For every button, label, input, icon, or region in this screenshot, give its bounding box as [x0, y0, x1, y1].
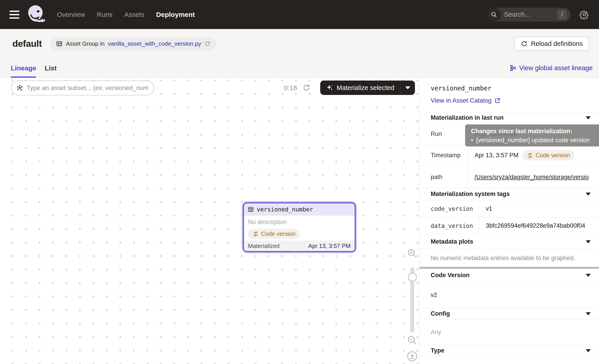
- nav-item-runs[interactable]: Runs: [97, 11, 113, 18]
- asset-node-name: versioned_number: [257, 206, 313, 213]
- sync-alert-icon: [527, 152, 533, 159]
- gear-icon[interactable]: [580, 10, 589, 19]
- config-value: Any: [419, 320, 599, 345]
- run-label: Run: [419, 123, 468, 144]
- asset-node-status-bar: Materialized Apr 13, 3:57 PM: [244, 241, 355, 251]
- chevron-down-icon: [586, 240, 591, 243]
- refresh-timer: 0:16: [284, 84, 297, 92]
- active-tab-underline: [11, 77, 36, 78]
- materialized-status-label: Materialized: [248, 243, 280, 250]
- system-tags-table: code_version v1 data_version 3bfc269594e…: [419, 200, 599, 234]
- download-image-icon[interactable]: [406, 350, 418, 362]
- chevron-down-icon: [586, 274, 591, 277]
- timestamp-value: Apr 13, 3:57 PM: [475, 152, 519, 159]
- section-code-version[interactable]: Code Version: [419, 269, 599, 282]
- section-materialization-in-last-run[interactable]: Materialization in last run: [419, 113, 599, 123]
- asset-node-description: No description: [248, 219, 351, 226]
- asset-group-icon: [56, 40, 63, 47]
- asset-subset-filter[interactable]: [11, 80, 154, 95]
- tab-bar: Lineage List View global asset lineage: [0, 59, 599, 78]
- data-version-tag-value: 3bfc269594ef649228e9a74bab00f04: [479, 217, 599, 234]
- chevron-down-icon: [586, 116, 591, 120]
- asset-group-badge: Asset Group in vanilla_asset_with_code_v…: [50, 37, 216, 51]
- nav-item-deployment[interactable]: Deployment: [156, 11, 195, 18]
- page-title: default: [12, 38, 42, 49]
- materialized-timestamp-link[interactable]: Apr 13, 3:57 PM: [308, 243, 351, 250]
- chevron-down-icon: [586, 312, 591, 315]
- search-icon: [487, 8, 501, 22]
- search-shortcut-badge: /: [557, 10, 567, 20]
- chevron-down-icon: [405, 87, 410, 89]
- sparkle-icon: [326, 84, 334, 92]
- tooltip-item: [versioned_number] updated code version: [471, 136, 596, 145]
- menu-icon[interactable]: [9, 11, 21, 19]
- section-type[interactable]: Type: [419, 345, 599, 356]
- table-row-data-version: data_version 3bfc269594ef649228e9a74bab0…: [419, 217, 599, 234]
- tab-list[interactable]: List: [44, 64, 56, 72]
- refresh-icon[interactable]: [204, 41, 210, 47]
- lineage-graph-icon: [510, 65, 516, 71]
- materialize-selected-button[interactable]: Materialize selected: [320, 80, 415, 95]
- asset-details-sidebar: versioned_number View in Asset Catalog M…: [419, 78, 599, 364]
- path-value-link[interactable]: /Users/sryza/dagster_home/storage/versio: [475, 174, 589, 181]
- asset-node-header: versioned_number: [244, 203, 355, 216]
- zoom-slider-handle[interactable]: [408, 273, 417, 282]
- code-version-value: v2: [419, 282, 599, 308]
- table-row-path: path /Users/sryza/dagster_home/storage/v…: [419, 166, 599, 188]
- materialize-options-dropdown[interactable]: [400, 80, 415, 95]
- navbar-right: /: [487, 8, 589, 22]
- reload-icon: [521, 40, 528, 47]
- nav-links: Overview Runs Assets Deployment: [57, 11, 195, 18]
- timer-refresh-icon[interactable]: [302, 84, 310, 92]
- chevron-down-icon: [586, 193, 591, 196]
- code-file-link[interactable]: vanilla_asset_with_code_version.py: [108, 40, 201, 47]
- section-materialization-system-tags[interactable]: Materialization system tags: [419, 188, 599, 200]
- external-link-icon: [494, 97, 501, 104]
- top-navbar: Overview Runs Assets Deployment /: [0, 0, 599, 29]
- sidebar-asset-name: versioned_number: [431, 85, 599, 92]
- tooltip-title: Changes since last materialization:: [471, 127, 596, 136]
- table-row-code-version: code_version v1: [419, 200, 599, 217]
- zoom-in-icon[interactable]: [406, 247, 418, 259]
- code-version-tag-value: v1: [479, 200, 599, 217]
- timestamp-label: Timestamp: [419, 145, 468, 166]
- page-header: default Asset Group in vanilla_asset_wit…: [0, 29, 599, 59]
- op-selector-icon: [16, 84, 23, 92]
- dagster-logo[interactable]: [26, 3, 47, 26]
- asset-subset-input[interactable]: [26, 84, 150, 92]
- view-in-asset-catalog-link[interactable]: View in Asset Catalog: [431, 97, 501, 104]
- table-row-timestamp: Timestamp Apr 13, 3:57 PM Code version: [419, 145, 599, 166]
- code-version-tag-label: code_version: [419, 200, 479, 217]
- chevron-down-icon: [586, 349, 591, 352]
- changes-tooltip: Changes since last materialization: [ver…: [465, 124, 599, 147]
- tab-lineage[interactable]: Lineage: [11, 64, 36, 72]
- sync-alert-icon: [253, 231, 259, 237]
- reload-definitions-button[interactable]: Reload definitions: [514, 37, 589, 51]
- nav-item-overview[interactable]: Overview: [57, 11, 85, 18]
- section-metadata-plots[interactable]: Metadata plots: [419, 234, 599, 249]
- asset-node-versioned-number[interactable]: versioned_number No description Code ver…: [243, 202, 355, 252]
- nav-item-assets[interactable]: Assets: [124, 11, 144, 18]
- code-version-change-badge[interactable]: Code version: [522, 150, 574, 161]
- section-config[interactable]: Config: [419, 308, 599, 320]
- code-version-change-badge[interactable]: Code version: [248, 229, 300, 239]
- global-search[interactable]: /: [487, 8, 571, 22]
- data-version-tag-label: data_version: [419, 217, 479, 234]
- zoom-out-icon[interactable]: [406, 335, 418, 346]
- search-input[interactable]: [504, 11, 546, 18]
- lineage-canvas[interactable]: 0:16 Materialize selected: [0, 78, 419, 364]
- asset-group-prefix: Asset Group in: [66, 40, 105, 47]
- metadata-plots-empty-message: No numeric metadata entries available to…: [419, 249, 599, 267]
- view-global-asset-lineage-link[interactable]: View global asset lineage: [510, 59, 593, 78]
- path-label: path: [419, 166, 468, 188]
- panel-splitter[interactable]: [419, 267, 599, 269]
- asset-table-icon: [247, 206, 254, 213]
